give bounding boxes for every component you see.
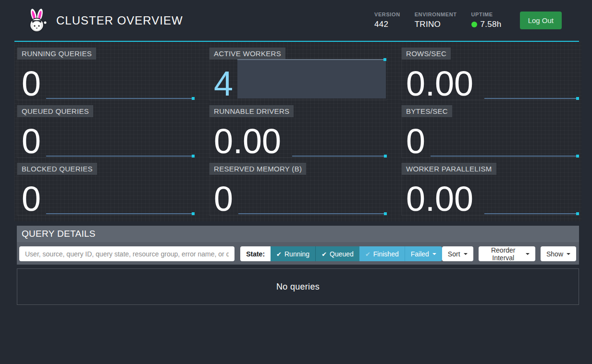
state-filter-queued-label: Queued [330, 250, 354, 258]
metric-card-queued-queries: QUEUED QUERIES 0 [17, 105, 195, 158]
query-details-toolbar: State: Running Queued Finished Failed So… [17, 242, 579, 265]
sparkline-area [237, 59, 386, 98]
metric-label: RESERVED MEMORY (B) [210, 163, 306, 175]
query-list-empty-container: No queries [17, 268, 579, 305]
metric-label: BYTES/SEC [402, 105, 452, 117]
check-icon [365, 250, 373, 258]
logout-button[interactable]: Log Out [520, 12, 562, 29]
version-label: VERSION [374, 12, 400, 17]
metric-value: 0.00 [406, 182, 473, 216]
sparkline [46, 156, 194, 157]
state-filter-running[interactable]: Running [271, 246, 315, 261]
check-icon [321, 250, 330, 258]
page-title: CLUSTER OVERVIEW [56, 14, 183, 27]
metric-card-bytes-sec: BYTES/SEC 0 [401, 105, 579, 158]
sparkline-dot-icon [384, 212, 387, 215]
toolbar-right-buttons: Sort Reorder Interval Show [442, 246, 576, 261]
metric-card-runnable-drivers: RUNNABLE DRIVERS 0.00 [209, 105, 387, 158]
state-filter-group: State: Running Queued Finished Failed [240, 246, 442, 261]
sparkline-dot-icon [192, 155, 195, 158]
metric-label: QUEUED QUERIES [17, 105, 93, 117]
query-details-header: QUERY DETAILS [17, 226, 579, 242]
uptime-block: UPTIME 7.58h [471, 12, 502, 29]
state-filter-failed-dropdown[interactable]: Failed [405, 246, 442, 261]
metric-value: 0.00 [214, 124, 281, 158]
metric-value: 0 [22, 66, 41, 101]
metric-label: ACTIVE WORKERS [210, 48, 285, 60]
metric-card-rows-sec: ROWS/SEC 0.00 [401, 48, 579, 100]
metric-card-reserved-memory: RESERVED MEMORY (B) 0 [209, 163, 387, 216]
search-input[interactable] [19, 246, 234, 261]
metric-value: 0.00 [406, 66, 473, 101]
sparkline [484, 98, 578, 99]
sparkline-dot-icon [384, 155, 387, 158]
caret-down-icon [432, 253, 436, 255]
state-filter-label: State: [240, 246, 271, 261]
metric-value: 0 [22, 182, 41, 216]
state-filter-running-label: Running [284, 250, 309, 258]
metric-value: 0 [406, 124, 425, 158]
environment-block: ENVIRONMENT TRINO [415, 12, 457, 29]
cluster-info: VERSION 442 ENVIRONMENT TRINO UPTIME 7.5… [374, 12, 562, 29]
metric-value: 0 [22, 124, 41, 158]
metric-label: RUNNING QUERIES [17, 48, 96, 60]
metric-label: WORKER PARALLELISM [402, 163, 496, 175]
trino-bunny-logo-icon [25, 8, 49, 33]
environment-label: ENVIRONMENT [415, 12, 457, 17]
uptime-value-row: 7.58h [471, 20, 502, 29]
metrics-grid: RUNNING QUERIES 0 ACTIVE WORKERS 4 ROWS/… [17, 48, 581, 216]
uptime-label: UPTIME [471, 12, 502, 17]
sort-button[interactable]: Sort [442, 246, 473, 261]
reorder-interval-button[interactable]: Reorder Interval [479, 246, 535, 261]
state-filter-finished-label: Finished [373, 250, 399, 258]
metric-value: 4 [214, 66, 233, 101]
caret-down-icon [526, 253, 530, 255]
metric-card-active-workers: ACTIVE WORKERS 4 [209, 48, 387, 100]
metrics-section: RUNNING QUERIES 0 ACTIVE WORKERS 4 ROWS/… [14, 42, 581, 221]
sparkline [238, 213, 386, 214]
metric-label: ROWS/SEC [402, 48, 451, 60]
environment-value: TRINO [415, 20, 457, 29]
show-button-label: Show [546, 250, 563, 258]
metric-label: BLOCKED QUERIES [17, 163, 97, 175]
app-header: CLUSTER OVERVIEW VERSION 442 ENVIRONMENT… [0, 0, 592, 41]
sparkline-dot-icon [576, 212, 579, 215]
sparkline [484, 213, 578, 214]
no-queries-message: No queries [276, 282, 320, 292]
check-icon [276, 250, 284, 258]
sparkline [431, 156, 578, 157]
metric-card-blocked-queries: BLOCKED QUERIES 0 [17, 163, 195, 216]
sparkline-dot-icon [383, 58, 386, 61]
version-value: 442 [374, 20, 400, 29]
sparkline [46, 213, 194, 214]
status-dot-icon [471, 22, 477, 27]
caret-down-icon [464, 253, 468, 255]
query-details-section: QUERY DETAILS State: Running Queued Fini… [17, 226, 579, 305]
metric-label: RUNNABLE DRIVERS [210, 105, 294, 117]
uptime-value: 7.58h [481, 20, 502, 29]
caret-down-icon [567, 253, 570, 255]
sparkline [46, 98, 194, 99]
state-filter-finished[interactable]: Finished [359, 246, 405, 261]
reorder-interval-label: Reorder Interval [484, 246, 522, 262]
version-block: VERSION 442 [374, 12, 400, 29]
metric-card-running-queries: RUNNING QUERIES 0 [17, 48, 195, 100]
sparkline-dot-icon [192, 212, 195, 215]
state-filter-queued[interactable]: Queued [315, 246, 359, 261]
metric-card-worker-parallelism: WORKER PARALLELISM 0.00 [401, 163, 579, 216]
sort-button-label: Sort [448, 250, 460, 258]
show-button[interactable]: Show [541, 246, 576, 261]
state-filter-failed-label: Failed [411, 250, 429, 258]
sparkline-dot-icon [192, 97, 195, 100]
metric-value: 0 [214, 182, 233, 216]
sparkline-dot-icon [576, 155, 579, 158]
sparkline-dot-icon [576, 97, 579, 100]
sparkline [292, 156, 386, 157]
